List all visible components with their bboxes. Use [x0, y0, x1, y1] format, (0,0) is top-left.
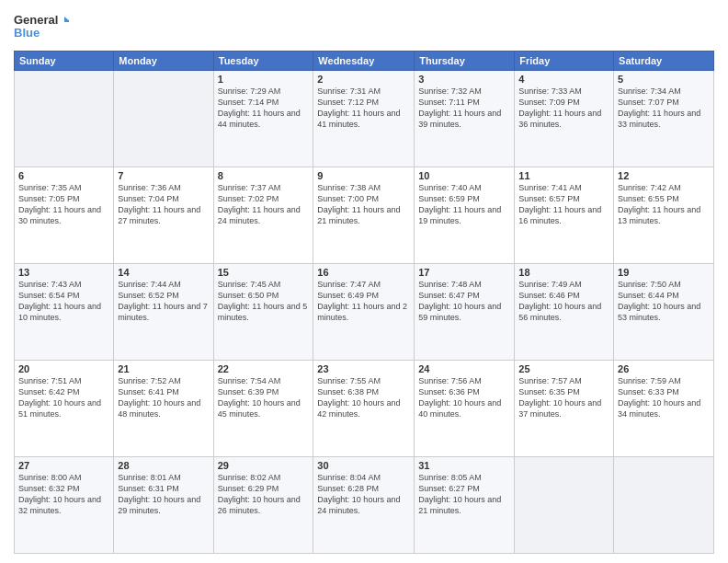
day-info: Sunrise: 7:50 AM Sunset: 6:44 PM Dayligh…: [618, 279, 710, 324]
week-row-5: 27Sunrise: 8:00 AM Sunset: 6:32 PM Dayli…: [15, 457, 714, 554]
day-number: 29: [218, 460, 310, 471]
day-info: Sunrise: 7:42 AM Sunset: 6:55 PM Dayligh…: [618, 182, 710, 227]
day-cell: [614, 457, 714, 554]
day-number: 18: [518, 267, 609, 278]
day-cell: 27Sunrise: 8:00 AM Sunset: 6:32 PM Dayli…: [15, 457, 114, 554]
day-cell: [114, 71, 213, 167]
weekday-header-row: SundayMondayTuesdayWednesdayThursdayFrid…: [15, 52, 714, 71]
day-number: 9: [317, 170, 410, 181]
day-info: Sunrise: 7:29 AM Sunset: 7:14 PM Dayligh…: [218, 86, 310, 131]
day-cell: 19Sunrise: 7:50 AM Sunset: 6:44 PM Dayli…: [614, 264, 714, 361]
day-info: Sunrise: 7:47 AM Sunset: 6:49 PM Dayligh…: [317, 279, 410, 324]
day-cell: 31Sunrise: 8:05 AM Sunset: 6:27 PM Dayli…: [415, 457, 515, 554]
day-cell: 9Sunrise: 7:38 AM Sunset: 7:00 PM Daylig…: [313, 167, 415, 264]
svg-text:Blue: Blue: [14, 26, 40, 40]
day-number: 15: [218, 267, 310, 278]
day-cell: 17Sunrise: 7:48 AM Sunset: 6:47 PM Dayli…: [415, 264, 515, 361]
day-info: Sunrise: 7:57 AM Sunset: 6:35 PM Dayligh…: [518, 375, 609, 420]
weekday-thursday: Thursday: [415, 52, 515, 71]
day-cell: 28Sunrise: 8:01 AM Sunset: 6:31 PM Dayli…: [114, 457, 213, 554]
day-cell: 6Sunrise: 7:35 AM Sunset: 7:05 PM Daylig…: [15, 167, 114, 264]
day-number: 30: [317, 460, 410, 471]
day-cell: 13Sunrise: 7:43 AM Sunset: 6:54 PM Dayli…: [15, 264, 114, 361]
day-number: 23: [317, 363, 410, 374]
weekday-sunday: Sunday: [15, 52, 114, 71]
day-info: Sunrise: 8:01 AM Sunset: 6:31 PM Dayligh…: [118, 472, 209, 517]
day-number: 24: [418, 363, 510, 374]
day-info: Sunrise: 7:51 AM Sunset: 6:42 PM Dayligh…: [18, 375, 109, 420]
day-cell: 12Sunrise: 7:42 AM Sunset: 6:55 PM Dayli…: [614, 167, 714, 264]
svg-text:General: General: [14, 13, 58, 27]
day-number: 11: [518, 170, 609, 181]
day-number: 14: [118, 267, 209, 278]
week-row-1: 1Sunrise: 7:29 AM Sunset: 7:14 PM Daylig…: [15, 71, 714, 167]
day-cell: 30Sunrise: 8:04 AM Sunset: 6:28 PM Dayli…: [313, 457, 415, 554]
week-row-3: 13Sunrise: 7:43 AM Sunset: 6:54 PM Dayli…: [15, 264, 714, 361]
day-info: Sunrise: 7:36 AM Sunset: 7:04 PM Dayligh…: [118, 182, 209, 227]
day-info: Sunrise: 7:31 AM Sunset: 7:12 PM Dayligh…: [317, 86, 410, 131]
day-cell: 4Sunrise: 7:33 AM Sunset: 7:09 PM Daylig…: [515, 71, 614, 167]
day-number: 6: [18, 170, 109, 181]
weekday-monday: Monday: [114, 52, 213, 71]
day-number: 8: [218, 170, 310, 181]
day-cell: 16Sunrise: 7:47 AM Sunset: 6:49 PM Dayli…: [313, 264, 415, 361]
day-cell: 18Sunrise: 7:49 AM Sunset: 6:46 PM Dayli…: [515, 264, 614, 361]
day-cell: 5Sunrise: 7:34 AM Sunset: 7:07 PM Daylig…: [614, 71, 714, 167]
day-info: Sunrise: 7:43 AM Sunset: 6:54 PM Dayligh…: [18, 279, 109, 324]
day-info: Sunrise: 7:38 AM Sunset: 7:00 PM Dayligh…: [317, 182, 410, 227]
day-cell: [515, 457, 614, 554]
day-info: Sunrise: 7:34 AM Sunset: 7:07 PM Dayligh…: [618, 86, 710, 131]
day-number: 19: [618, 267, 710, 278]
calendar-table: SundayMondayTuesdayWednesdayThursdayFrid…: [14, 51, 714, 554]
day-info: Sunrise: 8:00 AM Sunset: 6:32 PM Dayligh…: [18, 472, 109, 517]
week-row-2: 6Sunrise: 7:35 AM Sunset: 7:05 PM Daylig…: [15, 167, 714, 264]
day-cell: 26Sunrise: 7:59 AM Sunset: 6:33 PM Dayli…: [614, 361, 714, 457]
day-info: Sunrise: 7:55 AM Sunset: 6:38 PM Dayligh…: [317, 375, 410, 420]
day-number: 26: [618, 363, 710, 374]
day-info: Sunrise: 7:40 AM Sunset: 6:59 PM Dayligh…: [418, 182, 510, 227]
day-cell: 11Sunrise: 7:41 AM Sunset: 6:57 PM Dayli…: [515, 167, 614, 264]
day-number: 25: [518, 363, 609, 374]
day-cell: 15Sunrise: 7:45 AM Sunset: 6:50 PM Dayli…: [213, 264, 313, 361]
weekday-tuesday: Tuesday: [213, 52, 313, 71]
day-cell: 3Sunrise: 7:32 AM Sunset: 7:11 PM Daylig…: [415, 71, 515, 167]
day-info: Sunrise: 7:48 AM Sunset: 6:47 PM Dayligh…: [418, 279, 510, 324]
day-number: 22: [218, 363, 310, 374]
day-number: 12: [618, 170, 710, 181]
logo: General Blue: [14, 9, 69, 45]
day-number: 31: [418, 460, 510, 471]
day-number: 17: [418, 267, 510, 278]
logo-container: General Blue: [14, 9, 69, 45]
day-info: Sunrise: 8:05 AM Sunset: 6:27 PM Dayligh…: [418, 472, 510, 517]
day-number: 21: [118, 363, 209, 374]
day-number: 7: [118, 170, 209, 181]
day-number: 13: [18, 267, 109, 278]
day-number: 4: [518, 74, 609, 85]
day-info: Sunrise: 7:59 AM Sunset: 6:33 PM Dayligh…: [618, 375, 710, 420]
logo-svg: General Blue: [14, 9, 69, 41]
weekday-saturday: Saturday: [614, 52, 714, 71]
day-info: Sunrise: 7:52 AM Sunset: 6:41 PM Dayligh…: [118, 375, 209, 420]
day-cell: 21Sunrise: 7:52 AM Sunset: 6:41 PM Dayli…: [114, 361, 213, 457]
day-cell: 29Sunrise: 8:02 AM Sunset: 6:29 PM Dayli…: [213, 457, 313, 554]
day-info: Sunrise: 7:33 AM Sunset: 7:09 PM Dayligh…: [518, 86, 609, 131]
weekday-wednesday: Wednesday: [313, 52, 415, 71]
day-info: Sunrise: 8:02 AM Sunset: 6:29 PM Dayligh…: [218, 472, 310, 517]
day-number: 2: [317, 74, 410, 85]
day-cell: 20Sunrise: 7:51 AM Sunset: 6:42 PM Dayli…: [15, 361, 114, 457]
day-cell: 23Sunrise: 7:55 AM Sunset: 6:38 PM Dayli…: [313, 361, 415, 457]
calendar-body: 1Sunrise: 7:29 AM Sunset: 7:14 PM Daylig…: [15, 71, 714, 554]
day-number: 28: [118, 460, 209, 471]
day-cell: 10Sunrise: 7:40 AM Sunset: 6:59 PM Dayli…: [415, 167, 515, 264]
day-cell: 7Sunrise: 7:36 AM Sunset: 7:04 PM Daylig…: [114, 167, 213, 264]
weekday-friday: Friday: [515, 52, 614, 71]
day-cell: 24Sunrise: 7:56 AM Sunset: 6:36 PM Dayli…: [415, 361, 515, 457]
day-number: 10: [418, 170, 510, 181]
day-info: Sunrise: 7:32 AM Sunset: 7:11 PM Dayligh…: [418, 86, 510, 131]
svg-marker-1: [64, 17, 69, 22]
day-number: 3: [418, 74, 510, 85]
day-cell: [15, 71, 114, 167]
week-row-4: 20Sunrise: 7:51 AM Sunset: 6:42 PM Dayli…: [15, 361, 714, 457]
day-info: Sunrise: 7:54 AM Sunset: 6:39 PM Dayligh…: [218, 375, 310, 420]
day-cell: 22Sunrise: 7:54 AM Sunset: 6:39 PM Dayli…: [213, 361, 313, 457]
